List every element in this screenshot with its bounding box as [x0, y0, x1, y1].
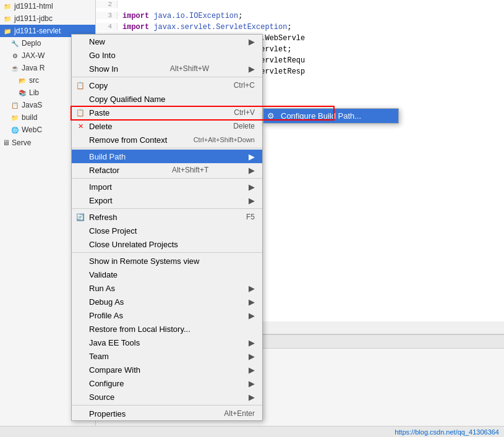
menu-item-paste[interactable]: 📋 Paste Ctrl+V — [72, 106, 262, 119]
src-folder-icon: 📂 — [17, 75, 27, 85]
submenu-arrow: ▶ — [249, 64, 255, 74]
copy-icon: 📋 — [75, 80, 85, 90]
menu-item-run-as[interactable]: Run As ▶ — [72, 281, 262, 295]
build-path-submenu: ⚙ Configure Build Path... — [263, 108, 399, 124]
jax-icon: ⚙ — [10, 51, 20, 61]
build-icon: 📁 — [10, 112, 20, 122]
tree-item-jd1911-html[interactable]: 📁 jd1911-html — [0, 0, 95, 12]
submenu-arrow: ▶ — [249, 297, 255, 307]
menu-item-team[interactable]: Team ▶ — [72, 349, 262, 363]
separator-5 — [72, 252, 262, 253]
code-line-3: 3 import java.io.IOException; — [96, 11, 504, 22]
menu-item-build-path[interactable]: Build Path ▶ — [72, 150, 262, 163]
submenu-arrow: ▶ — [249, 338, 255, 347]
menu-item-restore-history[interactable]: Restore from Local History... — [72, 322, 262, 336]
menu-item-refresh[interactable]: 🔄 Refresh F5 — [72, 210, 262, 224]
submenu-arrow: ▶ — [249, 37, 255, 46]
lib-icon: 📚 — [17, 88, 27, 98]
status-bar: https://blog.csdn.net/qq_41306364 — [0, 426, 504, 437]
menu-item-export[interactable]: Export ▶ — [72, 193, 262, 207]
menu-item-import[interactable]: Import ▶ — [72, 180, 262, 193]
separator-4 — [72, 208, 262, 209]
tree-item-jd1911-jdbc[interactable]: 📁 jd1911-jdbc — [0, 12, 95, 25]
menu-item-delete[interactable]: ✕ Delete Delete — [72, 119, 262, 133]
js-icon: 📋 — [10, 100, 20, 110]
menu-item-close-unrelated[interactable]: Close Unrelated Projects — [72, 237, 262, 251]
menu-item-source[interactable]: Source ▶ — [72, 390, 262, 404]
configure-icon: ⚙ — [267, 111, 275, 121]
submenu-arrow: ▶ — [249, 365, 255, 375]
java-icon: ☕ — [10, 63, 20, 73]
menu-item-copy-qualified[interactable]: Copy Qualified Name — [72, 92, 262, 106]
folder-icon: 📁 — [2, 1, 12, 11]
servers-icon: 🖥 — [2, 138, 10, 147]
menu-item-remove-context[interactable]: Remove from Context Ctrl+Alt+Shift+Down — [72, 133, 262, 146]
code-line-2: 2 — [96, 0, 504, 11]
menu-item-compare-with[interactable]: Compare With ▶ — [72, 363, 262, 376]
submenu-arrow: ▶ — [249, 182, 255, 192]
menu-item-debug-as[interactable]: Debug As ▶ — [72, 295, 262, 308]
submenu-arrow: ▶ — [249, 152, 255, 161]
menu-item-show-in[interactable]: Show In Alt+Shift+W ▶ — [72, 62, 262, 75]
submenu-arrow: ▶ — [249, 166, 255, 175]
menu-item-go-into[interactable]: Go Into — [72, 48, 262, 62]
menu-item-new[interactable]: New ▶ — [72, 35, 262, 48]
menu-item-refactor[interactable]: Refactor Alt+Shift+T ▶ — [72, 163, 262, 177]
code-line-4: 4 import javax.servlet.ServletException; — [96, 22, 504, 33]
separator-3 — [72, 178, 262, 179]
submenu-arrow: ▶ — [249, 379, 255, 388]
folder-icon: 📁 — [2, 14, 12, 23]
submenu-arrow: ▶ — [249, 311, 255, 320]
separator-2 — [72, 148, 262, 148]
paste-icon: 📋 — [75, 108, 85, 117]
menu-item-show-remote[interactable]: Show in Remote Systems view — [72, 254, 262, 268]
submenu-arrow: ▶ — [249, 196, 255, 205]
menu-item-copy[interactable]: 📋 Copy Ctrl+C — [72, 78, 262, 92]
folder-icon: 📁 — [2, 26, 12, 36]
context-menu: New ▶ Go Into Show In Alt+Shift+W ▶ 📋 Co… — [71, 34, 263, 421]
submenu-arrow: ▶ — [249, 392, 255, 402]
submenu-item-configure-build[interactable]: ⚙ Configure Build Path... — [263, 109, 398, 123]
menu-item-profile-as[interactable]: Profile As ▶ — [72, 308, 262, 322]
separator-1 — [72, 77, 262, 77]
menu-item-java-ee[interactable]: Java EE Tools ▶ — [72, 336, 262, 349]
menu-item-close-project[interactable]: Close Project — [72, 224, 262, 237]
delete-icon: ✕ — [75, 121, 85, 131]
separator-6 — [72, 405, 262, 405]
menu-item-validate[interactable]: Validate — [72, 268, 262, 281]
menu-item-properties[interactable]: Properties Alt+Enter — [72, 407, 262, 420]
menu-item-configure[interactable]: Configure ▶ — [72, 376, 262, 390]
refresh-icon: 🔄 — [75, 212, 85, 222]
submenu-arrow: ▶ — [249, 284, 255, 293]
deploy-icon: 🔧 — [10, 38, 20, 48]
submenu-arrow: ▶ — [249, 352, 255, 361]
web-icon: 🌐 — [10, 125, 20, 135]
